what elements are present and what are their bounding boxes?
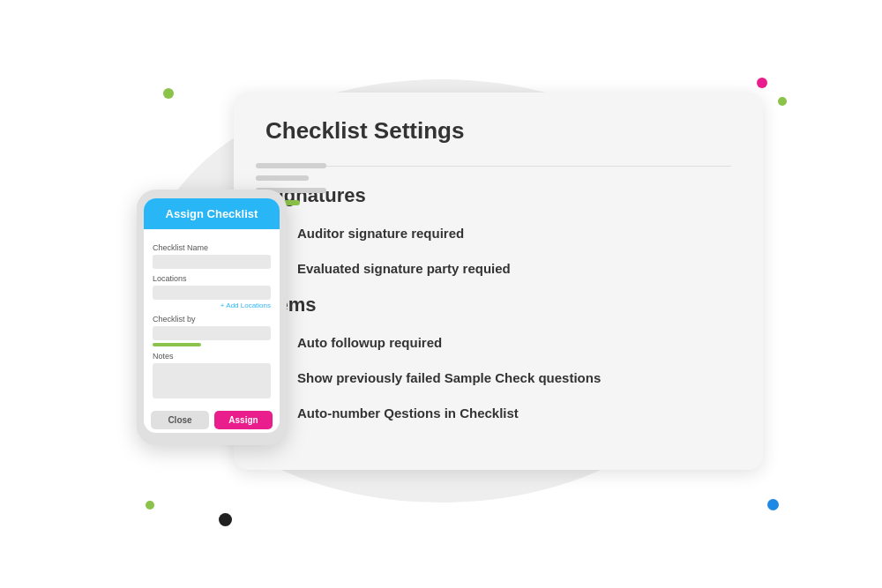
phone-header: Assign Checklist — [144, 198, 280, 229]
checkbox-row-auditor: Auditor signature required — [265, 223, 731, 242]
dot-green-bottom-left — [146, 501, 154, 510]
field-label-locations: Locations — [153, 274, 271, 283]
close-button[interactable]: Close — [151, 411, 209, 429]
checkbox-autonumber-label: Auto-number Qestions in Checklist — [297, 406, 519, 421]
gray-line-2 — [256, 175, 309, 181]
checkbox-row-followup: Auto followup required — [265, 332, 731, 352]
items-heading: Items — [265, 294, 731, 316]
field-input-locations[interactable] — [153, 286, 271, 300]
add-locations-text[interactable]: + Add Locations — [220, 301, 271, 309]
dot-blue-bottom-right — [767, 499, 779, 510]
dot-green-top-left — [163, 88, 174, 99]
field-label-notes: Notes — [153, 352, 271, 361]
checkbox-sample-check-label: Show previously failed Sample Check ques… — [297, 370, 601, 385]
phone-mock: Assign Checklist Checklist Name Location… — [137, 190, 287, 445]
settings-panel: Checklist Settings Signatures Auditor si… — [234, 93, 763, 470]
dot-dark-bottom — [219, 513, 232, 526]
phone-body: Checklist Name Locations + Add Locations… — [144, 229, 280, 404]
field-input-checklist-name[interactable] — [153, 255, 271, 269]
phone-footer: Close Assign — [144, 404, 280, 433]
field-input-notes[interactable] — [153, 363, 271, 398]
field-label-checklist-name: Checklist Name — [153, 243, 271, 252]
checklist-by-green-line — [153, 343, 201, 346]
add-locations-row: + Add Locations — [153, 300, 271, 309]
checkbox-row-evaluated: Evaluated signature party requied — [265, 258, 731, 278]
dot-green-top-right2 — [778, 97, 787, 106]
gray-line-1 — [256, 163, 326, 168]
checkbox-row-sample-check: Show previously failed Sample Check ques… — [265, 368, 731, 387]
field-input-checklist-by[interactable] — [153, 326, 271, 340]
checkbox-row-autonumber: Auto-number Qestions in Checklist — [265, 403, 731, 422]
checkbox-followup-label: Auto followup required — [297, 335, 442, 350]
assign-button[interactable]: Assign — [214, 411, 273, 429]
dot-pink-top-right — [757, 78, 767, 88]
phone-header-title: Assign Checklist — [154, 207, 269, 220]
settings-panel-title: Checklist Settings — [265, 117, 731, 145]
checkbox-auditor-label: Auditor signature required — [297, 226, 464, 241]
field-label-checklist-by: Checklist by — [153, 315, 271, 324]
signatures-heading: Signatures — [265, 184, 731, 207]
checkbox-evaluated-label: Evaluated signature party requied — [297, 261, 511, 276]
phone-screen: Assign Checklist Checklist Name Location… — [144, 198, 280, 433]
divider-top — [265, 166, 731, 167]
